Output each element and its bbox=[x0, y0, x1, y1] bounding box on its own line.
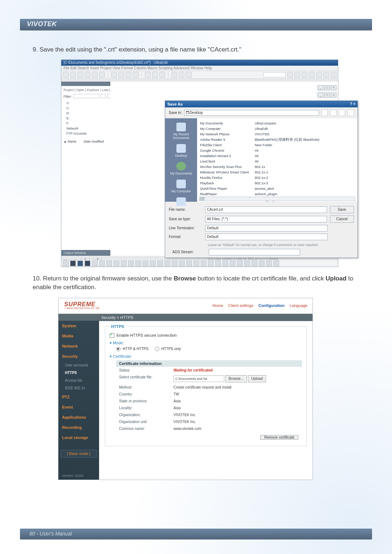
toolbar-button[interactable] bbox=[179, 72, 184, 78]
bold-icon[interactable] bbox=[70, 260, 76, 266]
toolbar-button[interactable] bbox=[171, 72, 177, 78]
toolbar-button[interactable] bbox=[92, 72, 98, 78]
savetype-dropdown[interactable]: All Files. (*.*) bbox=[205, 216, 327, 222]
mode-radio-https-only[interactable] bbox=[155, 347, 159, 351]
sidebar-item-applications[interactable]: Applications bbox=[58, 412, 99, 422]
toolbar-button[interactable] bbox=[145, 72, 151, 78]
list-item[interactable]: Google Chrome bbox=[200, 148, 249, 153]
toolbar-button[interactable] bbox=[273, 260, 279, 266]
basic-mode-button[interactable]: [ Basic mode ] bbox=[61, 450, 97, 457]
upload-button[interactable]: Upload bbox=[248, 375, 266, 382]
list-item[interactable]: UltraCompare bbox=[255, 120, 319, 126]
places-recent[interactable]: My Recent Documents bbox=[165, 120, 197, 142]
toolbar-button[interactable] bbox=[128, 260, 134, 266]
drive-item[interactable]: Network bbox=[64, 126, 113, 131]
editor-bottom-toolbar[interactable] bbox=[61, 260, 338, 267]
list-item[interactable]: QuickTime Player bbox=[200, 186, 249, 191]
save-in-dropdown[interactable]: 🗔 Desktop bbox=[184, 110, 319, 116]
drive-item[interactable]: FTP Accounts bbox=[64, 131, 113, 136]
toolbar-button[interactable] bbox=[323, 72, 329, 78]
toolbar-button[interactable] bbox=[159, 72, 165, 78]
toolbar-button[interactable] bbox=[259, 260, 265, 266]
dialog-help-close[interactable]: ? × bbox=[350, 101, 355, 107]
list-item[interactable]: New Folder bbox=[255, 142, 319, 148]
sidebar-item-local-storage[interactable]: Local storage bbox=[58, 432, 99, 443]
nav-client-settings[interactable]: Client settings bbox=[228, 303, 253, 308]
list-item[interactable]: FileZilla Client bbox=[200, 142, 249, 148]
toolbar-button[interactable] bbox=[63, 72, 69, 78]
maximize-icon[interactable]: □ bbox=[324, 93, 330, 98]
list-item[interactable]: 45 bbox=[255, 153, 319, 159]
toolbar-button[interactable] bbox=[230, 260, 236, 266]
minimize-icon[interactable]: _ bbox=[318, 85, 323, 90]
editor-menubar[interactable]: File Edit Search Insert Project View For… bbox=[61, 66, 338, 71]
sidebar-item-security[interactable]: Security bbox=[58, 351, 99, 361]
format-dropdown[interactable]: Default bbox=[205, 234, 328, 240]
sidebar-sub-https[interactable]: HTTPS bbox=[58, 369, 99, 377]
toolbar-button[interactable] bbox=[99, 260, 105, 266]
toolbar-button[interactable] bbox=[164, 260, 170, 266]
drive-item[interactable]: D: bbox=[64, 111, 113, 116]
browse-button[interactable]: Browse... bbox=[225, 375, 247, 382]
toolbar-button[interactable] bbox=[143, 260, 148, 266]
toolbar-button[interactable] bbox=[77, 72, 83, 78]
filter-go-button[interactable] bbox=[101, 94, 106, 98]
toolbar-button[interactable] bbox=[150, 260, 156, 266]
list-item[interactable]: Playback bbox=[200, 180, 249, 186]
mode-radio-both[interactable] bbox=[116, 347, 121, 351]
save-button[interactable]: Save bbox=[330, 206, 354, 213]
filename-input[interactable]: CAcert.crt bbox=[205, 206, 327, 213]
italic-icon[interactable] bbox=[77, 260, 83, 266]
toolbar-button[interactable] bbox=[70, 72, 76, 78]
list-item[interactable]: McAfee Security Scan Plus bbox=[200, 164, 249, 169]
find-input[interactable] bbox=[263, 72, 286, 77]
toolbar-button[interactable] bbox=[172, 260, 177, 266]
list-item[interactable]: VIVOTEK bbox=[255, 131, 319, 137]
toolbar-button[interactable] bbox=[222, 260, 228, 266]
sidebar-item-recording[interactable]: Recording bbox=[58, 422, 99, 432]
views-icon[interactable] bbox=[347, 110, 354, 116]
scrollbar-thumb[interactable] bbox=[200, 197, 205, 201]
toolbar-button[interactable] bbox=[186, 260, 192, 266]
toolbar-button[interactable] bbox=[193, 260, 199, 266]
minimize-icon[interactable]: _ bbox=[318, 93, 323, 98]
toolbar-button[interactable] bbox=[135, 260, 141, 266]
list-item[interactable]: Mozilla Firefox bbox=[200, 175, 249, 180]
editor-toolbar[interactable] bbox=[61, 71, 338, 79]
toolbar-button[interactable] bbox=[118, 72, 124, 78]
list-item[interactable]: 44 bbox=[255, 148, 319, 153]
toolbar-button[interactable] bbox=[252, 260, 257, 266]
toolbar-button[interactable] bbox=[294, 72, 300, 78]
list-item[interactable]: Milestone XProtect Smart Client bbox=[200, 169, 249, 175]
sidebar-sub-user-accounts[interactable]: User accounts bbox=[58, 361, 99, 369]
sidebar-sub-ieee[interactable]: IEEE 802.1x bbox=[58, 384, 99, 392]
underline-icon[interactable] bbox=[85, 260, 90, 266]
enable-https-checkbox[interactable] bbox=[110, 333, 114, 338]
places-computer[interactable]: My Computer bbox=[165, 177, 197, 195]
toolbar-button[interactable] bbox=[302, 72, 307, 78]
sidebar-item-system[interactable]: System bbox=[58, 321, 99, 331]
nav-home[interactable]: Home bbox=[213, 303, 223, 308]
list-item[interactable]: 802.1x-3 bbox=[255, 180, 319, 186]
toolbar-button[interactable] bbox=[106, 260, 112, 266]
toolbar-button[interactable] bbox=[237, 260, 243, 266]
list-item[interactable]: LiveClient bbox=[200, 159, 249, 164]
tree-col-date[interactable]: Date modified bbox=[83, 139, 104, 144]
list-item[interactable]: 802.1x bbox=[255, 164, 319, 169]
close-icon[interactable]: × bbox=[331, 93, 336, 98]
list-item[interactable]: 802.1x-2 bbox=[255, 175, 319, 180]
toolbar-button[interactable] bbox=[309, 72, 315, 78]
list-item[interactable]: Adobe Reader 9 bbox=[200, 137, 249, 142]
list-item[interactable]: UltraEdit bbox=[255, 126, 319, 131]
toolbar-button[interactable] bbox=[85, 72, 90, 78]
toolbar-button[interactable] bbox=[99, 72, 105, 78]
toolbar-button[interactable] bbox=[157, 260, 163, 266]
back-icon[interactable] bbox=[321, 110, 328, 116]
list-item[interactable]: RealPlayer bbox=[200, 191, 249, 197]
nav-configuration[interactable]: Configuration bbox=[258, 303, 285, 308]
drive-item[interactable]: C: bbox=[64, 106, 113, 111]
cert-file-input[interactable]: C:\Documents and Se bbox=[173, 376, 224, 382]
list-item[interactable]: activeX_plugin bbox=[255, 191, 319, 197]
sidebar-sub-access-list[interactable]: Access list bbox=[58, 377, 99, 384]
close-icon[interactable]: × bbox=[331, 85, 336, 90]
